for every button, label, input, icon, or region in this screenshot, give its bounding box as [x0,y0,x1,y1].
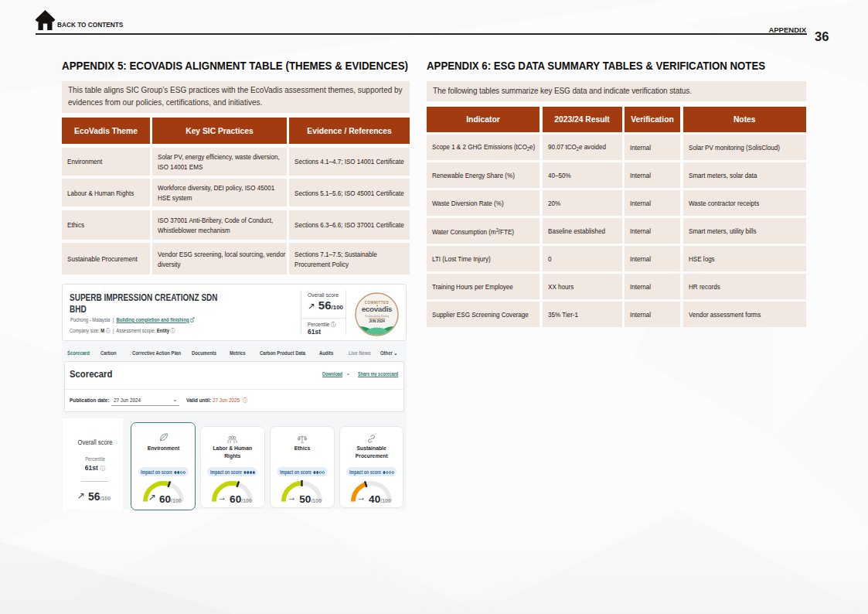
svg-text:JUN 2024: JUN 2024 [369,319,385,323]
svg-text:COMMITTED: COMMITTED [365,301,390,305]
svg-text:Sustainability Rating: Sustainability Rating [365,315,389,318]
